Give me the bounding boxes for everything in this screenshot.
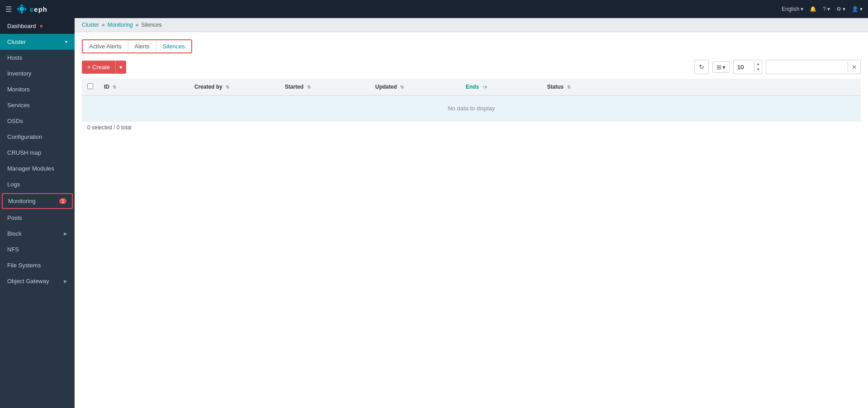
breadcrumb-sep2: »	[136, 22, 139, 28]
col-header-created-by[interactable]: Created by ⇅	[189, 79, 279, 95]
logo: ceph	[16, 4, 47, 14]
page-body: Active Alerts Alerts Silences + Create ▾	[75, 32, 868, 408]
page-size-input[interactable]	[734, 62, 754, 72]
dropdown-arrow-icon: ▾	[119, 64, 123, 71]
sidebar-item-hosts[interactable]: Hosts	[0, 50, 75, 66]
nfs-label: NFS	[7, 246, 19, 253]
table-view-button[interactable]: ⊞ ▾	[712, 62, 730, 73]
breadcrumb-monitoring[interactable]: Monitoring	[108, 22, 133, 28]
user-dropdown[interactable]: 👤 ▾	[852, 6, 863, 12]
page-size-control[interactable]: ▲ ▼	[733, 60, 762, 74]
sidebar-item-crush-map[interactable]: CRUSH map	[0, 145, 75, 161]
col-status-label: Status	[547, 84, 564, 90]
col-updated-sort: ⇅	[400, 85, 404, 90]
col-header-status[interactable]: Status ⇅	[542, 79, 861, 95]
col-header-ends[interactable]: Ends ↑≡	[460, 79, 542, 95]
search-clear-button[interactable]: ✕	[848, 62, 860, 72]
hosts-label: Hosts	[7, 54, 22, 61]
configuration-label: Configuration	[7, 133, 42, 140]
sidebar-item-dashboard[interactable]: Dashboard ♥	[0, 18, 75, 34]
select-all-col	[82, 79, 99, 95]
tab-alerts[interactable]: Alerts	[128, 40, 156, 52]
sidebar-cluster-header[interactable]: Cluster ▾	[0, 34, 75, 50]
sidebar-item-nfs[interactable]: NFS	[0, 242, 75, 257]
sidebar-item-inventory[interactable]: Inventory	[0, 66, 75, 81]
table-view-icon: ⊞	[717, 64, 722, 71]
file-systems-label: File Systems	[7, 262, 41, 269]
settings-arrow: ▾	[843, 6, 845, 12]
col-id-sort: ⇅	[113, 85, 116, 90]
settings-icon: ⚙	[836, 6, 841, 12]
tab-silences[interactable]: Silences	[156, 40, 191, 52]
sidebar: Dashboard ♥ Cluster ▾ Hosts Inventory Mo…	[0, 18, 75, 408]
no-data-cell: No data to display	[82, 95, 861, 121]
sidebar-item-configuration[interactable]: Configuration	[0, 129, 75, 145]
col-id-label: ID	[104, 84, 109, 90]
settings-dropdown[interactable]: ⚙ ▾	[836, 6, 845, 12]
language-label: English	[782, 6, 799, 12]
cluster-label: Cluster	[7, 38, 26, 45]
sidebar-item-file-systems[interactable]: File Systems	[0, 257, 75, 273]
tabs-container: Active Alerts Alerts Silences	[82, 39, 192, 53]
ceph-logo-icon	[16, 4, 27, 14]
help-dropdown[interactable]: ? ▾	[823, 6, 830, 12]
breadcrumb-cluster[interactable]: Cluster	[82, 22, 99, 28]
refresh-button[interactable]: ↻	[694, 60, 709, 74]
sidebar-item-pools[interactable]: Pools	[0, 210, 75, 226]
col-updated-label: Updated	[375, 84, 397, 90]
sidebar-item-monitoring[interactable]: Monitoring 1	[2, 193, 73, 209]
sidebar-item-logs[interactable]: Logs	[0, 176, 75, 192]
select-all-checkbox[interactable]	[87, 83, 93, 89]
menu-icon[interactable]: ☰	[5, 5, 12, 14]
create-label: + Create	[87, 64, 110, 71]
col-ends-label: Ends	[466, 84, 479, 90]
col-created-by-label: Created by	[194, 84, 222, 90]
search-wrap: ✕	[766, 60, 861, 74]
breadcrumb: Cluster » Monitoring » Silences	[75, 18, 868, 32]
page-size-arrows: ▲ ▼	[754, 62, 762, 72]
sidebar-item-object-gateway[interactable]: Object Gateway ▶	[0, 273, 75, 289]
col-header-id[interactable]: ID ⇅	[99, 79, 189, 95]
block-label: Block	[7, 230, 22, 237]
navbar-right: English ▾ 🔔 ? ▾ ⚙ ▾ 👤 ▾	[782, 6, 863, 12]
sidebar-item-osds[interactable]: OSDs	[0, 113, 75, 129]
monitoring-badge: 1	[59, 198, 66, 204]
col-status-sort: ⇅	[567, 85, 571, 90]
page-size-up[interactable]: ▲	[755, 62, 762, 67]
bell-icon[interactable]: 🔔	[810, 6, 816, 12]
page-size-down[interactable]: ▼	[755, 67, 762, 72]
navbar-left: ☰ ceph	[5, 4, 47, 14]
selected-info: 0 selected / 0 total	[82, 121, 861, 133]
tab-active-alerts[interactable]: Active Alerts	[83, 40, 128, 52]
create-main[interactable]: + Create	[82, 61, 116, 74]
main-content: Cluster » Monitoring » Silences Active A…	[75, 18, 868, 408]
col-started-sort: ⇅	[307, 85, 311, 90]
user-arrow: ▾	[860, 6, 863, 12]
create-button[interactable]: + Create ▾	[82, 61, 126, 74]
dashboard-label: Dashboard	[7, 23, 36, 29]
col-header-updated[interactable]: Updated ⇅	[370, 79, 460, 95]
col-header-started[interactable]: Started ⇅	[279, 79, 370, 95]
sidebar-item-monitors[interactable]: Monitors	[0, 81, 75, 97]
user-icon: 👤	[852, 6, 859, 12]
create-dropdown-arrow[interactable]: ▾	[116, 61, 126, 74]
language-arrow: ▾	[801, 6, 803, 12]
sidebar-item-services[interactable]: Services	[0, 97, 75, 113]
heart-icon: ♥	[40, 23, 43, 29]
refresh-icon: ↻	[699, 63, 704, 71]
toolbar: + Create ▾ ↻ ⊞ ▾	[82, 60, 861, 74]
pools-label: Pools	[7, 214, 22, 221]
logo-text: ceph	[30, 5, 47, 13]
sidebar-item-block[interactable]: Block ▶	[0, 226, 75, 242]
language-selector[interactable]: English ▾	[782, 6, 803, 12]
monitors-label: Monitors	[7, 86, 30, 93]
sidebar-item-manager-modules[interactable]: Manager Modules	[0, 161, 75, 176]
table-body: No data to display	[82, 95, 861, 121]
svg-point-2	[21, 5, 23, 6]
svg-point-3	[21, 12, 23, 14]
no-data-row: No data to display	[82, 95, 861, 121]
cluster-chevron: ▾	[65, 39, 67, 44]
search-input[interactable]	[766, 62, 848, 72]
silences-table: ID ⇅ Created by ⇅ Started ⇅ Updated	[82, 79, 861, 121]
selected-info-text: 0 selected / 0 total	[87, 124, 131, 131]
